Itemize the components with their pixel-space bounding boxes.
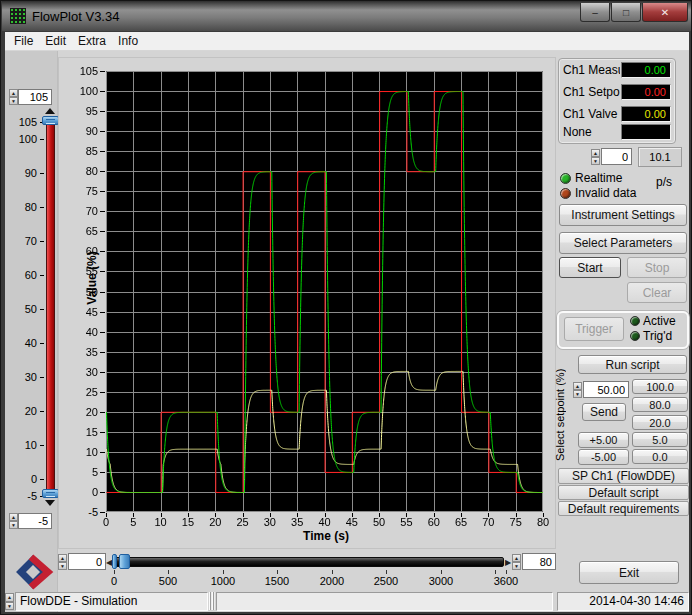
left-slider-tick-label: 40 (11, 337, 37, 349)
menu-file[interactable]: File (14, 34, 41, 48)
exit-button[interactable]: Exit (579, 561, 679, 584)
left-slider-min-input[interactable] (18, 513, 52, 529)
time-max-input[interactable] (522, 553, 556, 570)
menu-bar: File Edit Extra Info (5, 32, 689, 51)
spin-up-icon[interactable]: ▲ (58, 554, 67, 562)
left-slider-tick-label: 80 (11, 201, 37, 213)
time-slider-handle-max[interactable] (119, 554, 130, 569)
rate-display: 10.1 (638, 147, 682, 167)
x-tick-mark (325, 513, 326, 517)
send-button[interactable]: Send (582, 403, 626, 421)
left-slider-tick-label: 90 (11, 167, 37, 179)
y-tick-mark (100, 111, 105, 112)
readout-value-measure: 0.00 (621, 62, 671, 78)
time-slider-handle-min[interactable] (112, 554, 117, 569)
menu-edit[interactable]: Edit (45, 34, 74, 48)
y-tick-mark (100, 452, 105, 453)
spin-down-icon[interactable]: ▼ (9, 521, 18, 529)
menu-info[interactable]: Info (118, 34, 146, 48)
left-slider-tick-label: 105 (11, 116, 37, 128)
left-slider-handle-min[interactable] (42, 489, 59, 498)
spin-up-icon[interactable]: ▲ (591, 149, 600, 157)
slider-max-marker-icon (45, 108, 55, 114)
y-tick-label: 45 (70, 306, 98, 318)
default-requirements-button[interactable]: Default requirements (558, 501, 689, 516)
y-tick-label: 75 (70, 185, 98, 197)
time-tick-label: 2000 (312, 575, 352, 587)
menu-extra[interactable]: Extra (78, 34, 114, 48)
spin-up-icon[interactable]: ▲ (9, 513, 18, 521)
setpoint-spinner[interactable]: ▲ ▼ (573, 382, 582, 397)
slider-min-marker-icon (45, 500, 55, 506)
rate-spinner[interactable]: ▲ ▼ (591, 149, 600, 165)
setpoint-input[interactable] (583, 381, 629, 398)
spin-down-icon[interactable]: ▼ (58, 562, 67, 570)
spin-up-icon[interactable]: ▲ (9, 89, 18, 97)
active-label: Active (643, 314, 676, 328)
readout-label-none: None (563, 125, 620, 139)
spin-down-icon[interactable]: ▼ (573, 390, 582, 398)
maximize-button-icon[interactable]: □ (611, 3, 641, 22)
spin-up-icon[interactable]: ▲ (512, 554, 521, 562)
left-slider-tick-label: 10 (11, 439, 37, 451)
trigger-button[interactable]: Trigger (564, 317, 624, 341)
time-tick-label: 1500 (257, 575, 297, 587)
minimize-button-icon[interactable]: – (580, 3, 610, 22)
preset-0-button[interactable]: 0.0 (632, 449, 688, 464)
preset-80-button[interactable]: 80.0 (632, 397, 688, 412)
plot-area[interactable] (106, 71, 543, 512)
spin-down-icon[interactable]: ▼ (5, 602, 14, 611)
time-tick-mark (114, 570, 115, 574)
rate-input[interactable] (601, 148, 632, 165)
y-tick-label: 5 (70, 466, 98, 478)
status-grip[interactable] (209, 592, 215, 610)
clear-button[interactable]: Clear (627, 282, 687, 303)
time-tick-mark (386, 570, 387, 574)
title-bar[interactable]: FlowPlot V3.34 – □ ✕ (2, 1, 692, 31)
stop-button[interactable]: Stop (627, 257, 687, 278)
default-script-button[interactable]: Default script (558, 485, 689, 500)
spin-down-icon[interactable]: ▼ (9, 97, 18, 105)
spin-down-icon[interactable]: ▼ (591, 157, 600, 165)
left-slider-track[interactable] (46, 119, 55, 498)
run-script-button[interactable]: Run script (578, 355, 687, 374)
sp-ch1-button[interactable]: SP Ch1 (FlowDDE) (558, 468, 689, 484)
bronkhorst-logo (7, 551, 55, 593)
left-slider-tick-label: 50 (11, 303, 37, 315)
y-tick-label: 55 (70, 265, 98, 277)
minus-5-button[interactable]: -5.00 (578, 449, 629, 465)
y-tick-mark (100, 71, 105, 72)
status-spinner[interactable]: ▲ ▼ (5, 593, 14, 610)
time-tick-label: 500 (148, 575, 188, 587)
start-button[interactable]: Start (559, 257, 621, 278)
time-tick-mark (168, 570, 169, 574)
time-slider-track[interactable] (113, 557, 504, 567)
left-slider-max-spinner[interactable]: ▲ ▼ (9, 89, 18, 105)
preset-20-button[interactable]: 20.0 (632, 415, 688, 430)
left-slider-tick-mark (40, 309, 44, 310)
time-tick-mark (277, 570, 278, 574)
spin-up-icon[interactable]: ▲ (5, 593, 14, 602)
time-min-input[interactable] (68, 553, 106, 570)
spin-up-icon[interactable]: ▲ (573, 382, 582, 390)
select-parameters-button[interactable]: Select Parameters (559, 232, 687, 254)
scroll-right-icon[interactable]: ▶ (505, 558, 511, 567)
left-slider-tick-mark (40, 173, 44, 174)
preset-5-button[interactable]: 5.0 (632, 432, 688, 447)
y-tick-mark (100, 332, 105, 333)
preset-100-button[interactable]: 100.0 (632, 379, 688, 394)
time-max-spinner[interactable]: ▲ ▼ (512, 554, 521, 570)
plus-5-button[interactable]: +5.00 (578, 432, 629, 448)
instrument-settings-button[interactable]: Instrument Settings (559, 204, 687, 226)
app-icon (10, 8, 26, 24)
left-slider-max-input[interactable] (18, 89, 52, 105)
left-slider-handle-max[interactable] (42, 116, 59, 125)
time-tick-mark (441, 570, 442, 574)
y-tick-mark (100, 292, 105, 293)
left-slider-min-spinner[interactable]: ▲ ▼ (9, 513, 18, 529)
spin-down-icon[interactable]: ▼ (512, 562, 521, 570)
time-min-spinner[interactable]: ▲ ▼ (58, 554, 67, 570)
invalid-data-label: Invalid data (575, 186, 636, 200)
readout-label-measure: Ch1 Measure (563, 63, 620, 77)
close-button-icon[interactable]: ✕ (642, 3, 688, 22)
